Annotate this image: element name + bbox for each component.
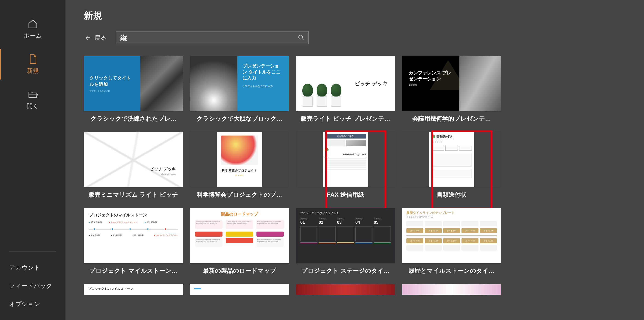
template-thumb: FAX送信のご案内 送信枚数 (本状含む) 計 03 枚 bbox=[296, 132, 395, 187]
template-thumb: プロジェクトのマイルストーン bbox=[84, 284, 183, 295]
template-classic-bold[interactable]: プレゼンテーション タイトルをここに入力 サブタイトルをここに入力 クラシックで… bbox=[190, 56, 289, 123]
main-panel: 新規 戻る クリックしてタイトルを追加 サブタイトルをここに bbox=[66, 0, 644, 320]
template-thumb: カンファレンス プレゼンテーション 発表者名 bbox=[402, 56, 501, 111]
template-label: プロジェクト マイルストーン… bbox=[84, 267, 183, 275]
results-scroll[interactable]: クリックしてタイトルを追加 サブタイトルをここに クラシックで洗練されたプレ… … bbox=[84, 56, 630, 313]
search-box bbox=[116, 31, 308, 44]
template-thumb: クリックしてタイトルを追加 サブタイトルをここに bbox=[84, 56, 183, 111]
template-history-milestones[interactable]: 履歴タイムラインのテンプレート タイムラインのサブタイトル タイトル 01タイト… bbox=[402, 208, 501, 275]
template-conference-geometric[interactable]: カンファレンス プレゼンテーション 発表者名 会議用幾何学的プレゼンテ… bbox=[402, 56, 501, 123]
new-file-icon bbox=[27, 54, 38, 65]
template-science-fair[interactable]: 科学博覧会プロジェクト 第 1 回戦 科学博覧会プロジェクトのプ… bbox=[190, 132, 289, 199]
template-partial-2[interactable] bbox=[190, 284, 289, 295]
template-doc-cover[interactable]: 書類送付状 書類送付状 bbox=[402, 132, 501, 199]
template-thumb: ピッチ デッキ Mirjam Nilsson bbox=[84, 132, 183, 187]
nav-new-label: 新規 bbox=[27, 67, 39, 75]
nav-home[interactable]: ホーム bbox=[0, 12, 66, 47]
nav-account[interactable]: アカウント bbox=[9, 259, 56, 277]
template-partial-1[interactable]: プロジェクトのマイルストーン bbox=[84, 284, 183, 295]
template-label: 販売ミニマリズム ライト ピッチ bbox=[84, 191, 183, 199]
nav-home-label: ホーム bbox=[24, 32, 42, 40]
template-project-stages-timeline[interactable]: プロジェクトのタイムライン 1 ステージ01 ステージ02 ステージ03 ステー… bbox=[296, 208, 395, 275]
template-label: 科学博覧会プロジェクトのプ… bbox=[190, 191, 289, 199]
backstage-sidebar: ホーム 新規 開く アカウント フィードバック オプション bbox=[0, 0, 66, 320]
template-classic-refined[interactable]: クリックしてタイトルを追加 サブタイトルをここに クラシックで洗練されたプレ… bbox=[84, 56, 183, 123]
home-icon bbox=[27, 18, 38, 30]
arrow-left-icon bbox=[84, 34, 91, 41]
template-thumb: 履歴タイムラインのテンプレート タイムラインのサブタイトル タイトル 01タイト… bbox=[402, 208, 501, 263]
template-sales-light-pitch[interactable]: ピッチ デッキ 販売ライト ピッチ プレゼンテ… bbox=[296, 56, 395, 123]
nav-feedback[interactable]: フィードバック bbox=[9, 277, 56, 295]
nav-open-label: 開く bbox=[27, 102, 39, 110]
template-thumb: 製品のロードマップ Lorem dolor sit amet, consecte… bbox=[190, 208, 289, 263]
back-label: 戻る bbox=[94, 34, 106, 42]
template-label: 会議用幾何学的プレゼンテ… bbox=[402, 115, 501, 123]
template-label: 書類送付状 bbox=[402, 191, 501, 199]
search-button[interactable] bbox=[294, 34, 308, 41]
nav-options[interactable]: オプション bbox=[9, 295, 56, 313]
template-thumb: ピッチ デッキ bbox=[296, 56, 395, 111]
template-product-roadmap[interactable]: 製品のロードマップ Lorem dolor sit amet, consecte… bbox=[190, 208, 289, 275]
template-thumb: プロジェクトのマイルストーン 第 1 四半期 200 人がサブスクリプション 第… bbox=[84, 208, 183, 263]
nav-new[interactable]: 新規 bbox=[0, 47, 66, 82]
template-label: クラシックで大胆なブロック… bbox=[190, 115, 289, 123]
template-partial-4[interactable] bbox=[402, 284, 501, 295]
template-label: 最新の製品のロードマップ bbox=[190, 267, 289, 275]
template-project-milestones[interactable]: プロジェクトのマイルストーン 第 1 四半期 200 人がサブスクリプション 第… bbox=[84, 208, 183, 275]
template-fax-sheet[interactable]: FAX送信のご案内 送信枚数 (本状含む) 計 03 枚 FAX 送信用紙 bbox=[296, 132, 395, 199]
template-thumb: プレゼンテーション タイトルをここに入力 サブタイトルをここに入力 bbox=[190, 56, 289, 111]
template-thumb: 科学博覧会プロジェクト 第 1 回戦 bbox=[190, 132, 289, 187]
sidebar-separator bbox=[9, 251, 56, 252]
template-grid: クリックしてタイトルを追加 サブタイトルをここに クラシックで洗練されたプレ… … bbox=[84, 56, 621, 295]
template-thumb bbox=[190, 284, 289, 295]
svg-point-0 bbox=[299, 35, 303, 39]
template-label: 履歴とマイルストーンのタイ… bbox=[402, 267, 501, 275]
template-partial-3[interactable] bbox=[296, 284, 395, 295]
search-icon bbox=[298, 34, 305, 41]
template-thumb bbox=[402, 284, 501, 295]
back-button[interactable]: 戻る bbox=[84, 34, 106, 42]
template-label: 販売ライト ピッチ プレゼンテ… bbox=[296, 115, 395, 123]
folder-open-icon bbox=[27, 89, 38, 100]
template-thumb: 書類送付状 bbox=[402, 132, 501, 187]
template-label: クラシックで洗練されたプレ… bbox=[84, 115, 183, 123]
page-title: 新規 bbox=[84, 9, 630, 22]
template-thumb: プロジェクトのタイムライン 1 ステージ01 ステージ02 ステージ03 ステー… bbox=[296, 208, 395, 263]
nav-open[interactable]: 開く bbox=[0, 82, 66, 117]
template-label: プロジェクト ステージのタイ… bbox=[296, 267, 395, 275]
template-label: FAX 送信用紙 bbox=[296, 191, 395, 199]
template-sales-minimal-pitch[interactable]: ピッチ デッキ Mirjam Nilsson 販売ミニマリズム ライト ピッチ bbox=[84, 132, 183, 199]
template-thumb bbox=[296, 284, 395, 295]
search-input[interactable] bbox=[116, 34, 294, 42]
